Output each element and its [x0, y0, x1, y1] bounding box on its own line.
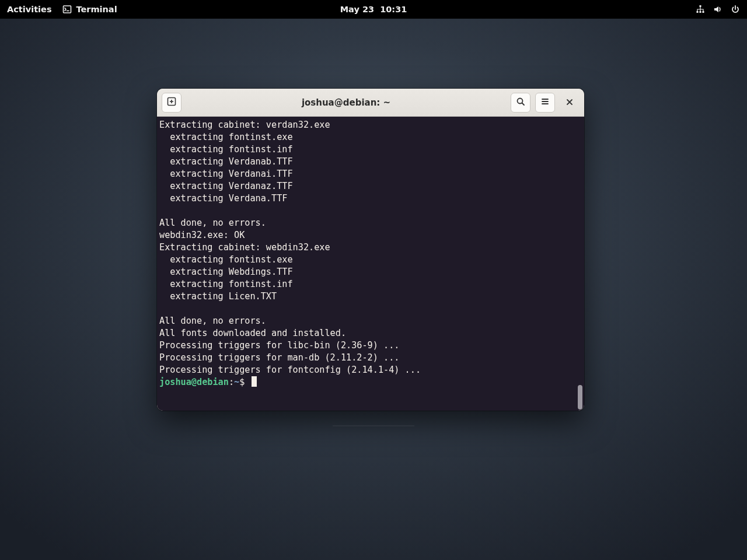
prompt-separator: :	[229, 377, 234, 387]
active-app-menu[interactable]: Terminal	[62, 5, 117, 14]
terminal-app-icon	[62, 5, 72, 14]
svg-rect-1	[700, 5, 701, 7]
window-titlebar[interactable]: joshua@debian: ~	[157, 89, 584, 117]
svg-rect-2	[697, 11, 699, 13]
volume-icon	[713, 5, 722, 14]
terminal-window: joshua@debian: ~	[157, 89, 584, 411]
activities-button[interactable]: Activities	[7, 5, 52, 14]
new-tab-button[interactable]	[162, 93, 181, 113]
search-icon	[516, 97, 525, 108]
window-title: joshua@debian: ~	[181, 97, 511, 108]
topbar-time: 10:31	[380, 5, 407, 14]
top-bar-left: Activities Terminal	[7, 5, 117, 14]
prompt-user-host: joshua@debian	[159, 377, 229, 387]
terminal-output: Extracting cabinet: verdan32.exe extract…	[159, 119, 584, 376]
terminal-viewport[interactable]: Extracting cabinet: verdan32.exe extract…	[157, 117, 584, 411]
plus-icon	[167, 97, 176, 108]
prompt-path: ~	[234, 377, 239, 387]
hamburger-icon	[540, 97, 550, 108]
terminal-cursor	[252, 376, 257, 387]
top-bar: Activities Terminal May 23 10:31	[0, 0, 747, 19]
topbar-date: May 23	[340, 5, 374, 14]
prompt-symbol: $	[239, 377, 245, 387]
active-app-label: Terminal	[76, 5, 117, 14]
terminal-prompt-line: joshua@debian:~$	[159, 376, 584, 388]
system-tray[interactable]	[696, 5, 740, 14]
menu-button[interactable]	[535, 93, 555, 113]
close-icon	[566, 96, 574, 108]
dock-handle	[333, 425, 414, 426]
close-button[interactable]	[560, 93, 580, 113]
power-icon	[731, 5, 740, 14]
network-icon	[696, 5, 705, 14]
svg-rect-4	[703, 11, 704, 13]
search-button[interactable]	[511, 93, 530, 113]
terminal-scrollbar-thumb[interactable]	[578, 385, 582, 410]
svg-rect-0	[63, 6, 71, 13]
svg-rect-3	[700, 11, 701, 13]
clock-menu[interactable]: May 23 10:31	[340, 5, 407, 14]
